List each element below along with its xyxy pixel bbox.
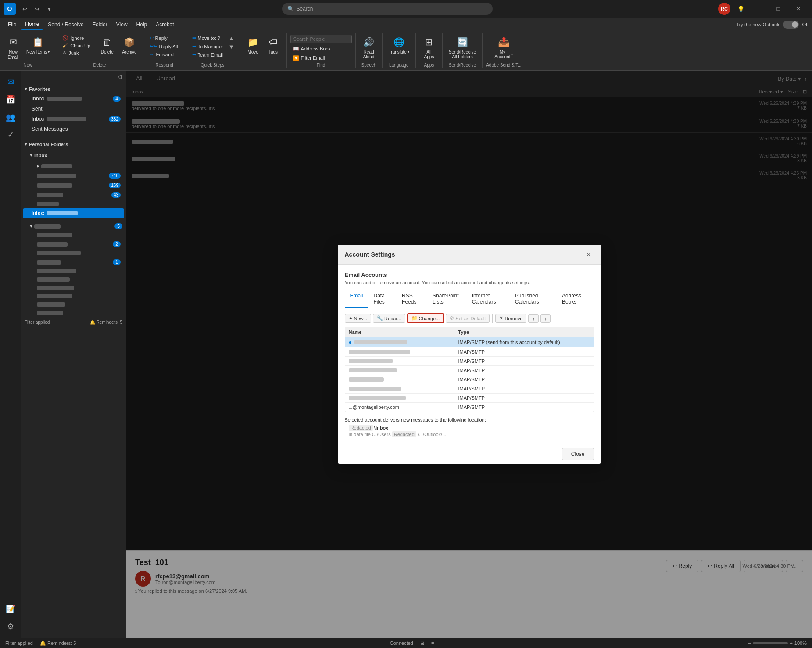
folder-item-sent-fav[interactable]: Sent [23,104,124,114]
account-repair-button[interactable]: 🔧 Repar... [373,314,405,323]
folder-item-inbox2-fav[interactable]: Inbox 332 [23,114,124,124]
search-people-input[interactable] [290,35,352,43]
modal-tab-email[interactable]: Email [345,290,368,308]
my-account-button[interactable]: 📤 MyAccount ▾ [492,34,515,61]
sidebar-icon-settings[interactable]: ⚙ [3,619,18,634]
filter-email-button[interactable]: 🔽 Filter Email [290,54,328,62]
collapse-pane-button[interactable]: ◁ [114,72,124,81]
folder-item-extra-10[interactable] [23,309,124,317]
layout-icon-1[interactable]: ⊞ [420,641,424,646]
folder-item-inbox-fav[interactable]: Inbox 4 [23,94,124,104]
account-row[interactable]: IMAP/SMTP [345,365,594,375]
account-down-button[interactable]: ↓ [540,314,551,323]
sidebar-icon-people[interactable]: 👥 [3,109,18,125]
folder-item-extra-6[interactable] [23,276,124,283]
close-button[interactable]: ✕ [788,0,808,18]
folder-item-extra-4[interactable]: 1 [23,258,124,267]
sub-section-2[interactable]: ▾ 5 [21,220,126,231]
layout-icon-2[interactable]: ≡ [431,641,434,646]
reply-all-ribbon-button[interactable]: ↩↩ Reply All [147,43,182,50]
quick-access-dropdown[interactable]: ▾ [44,4,54,14]
menu-folder[interactable]: Folder [88,20,112,29]
search-bar[interactable]: 🔍 Search [282,3,493,15]
modal-tab-address-books[interactable]: Address Books [557,290,594,308]
menu-home[interactable]: Home [21,19,43,30]
account-row[interactable]: IMAP/SMTP [345,356,594,365]
account-change-button[interactable]: 📁 Change... [407,313,444,323]
all-apps-button[interactable]: ⊞ AllApps [419,34,439,61]
maximize-button[interactable]: □ [768,0,788,18]
account-up-button[interactable]: ↑ [528,314,539,323]
folder-item-inbox-active[interactable]: Inbox [23,208,124,218]
modal-tab-data-files[interactable]: Data Files [368,290,397,308]
menu-send-receive[interactable]: Send / Receive [43,20,88,29]
new-outlook-toggle[interactable] [783,21,799,29]
modal-tab-internet-calendars[interactable]: Internet Calendars [467,290,510,308]
modal-close-x-button[interactable]: ✕ [583,249,594,260]
personal-folders-section[interactable]: ▾ Personal Folders [21,138,126,149]
menu-file[interactable]: File [4,20,21,29]
inbox-personal-section[interactable]: ▾ Inbox [21,149,126,160]
ignore-button[interactable]: 🚫 Ignore [60,34,95,42]
reply-ribbon-button[interactable]: ↩ Reply [147,34,182,42]
folder-item-redacted-3[interactable]: 43 [23,190,124,200]
account-new-button[interactable]: ✦ New... [345,314,372,323]
user-avatar[interactable]: RC [718,3,730,15]
clean-up-button[interactable]: 🧹 Clean Up [60,42,95,49]
account-row[interactable]: IMAP/SMTP [345,393,594,402]
modal-tab-sharepoint-lists[interactable]: SharePoint Lists [427,290,467,308]
modal-tab-rss-feeds[interactable]: RSS Feeds [397,290,427,308]
team-email-button[interactable]: ➡ Team Email [190,51,226,58]
menu-acrobat[interactable]: Acrobat [151,20,178,29]
account-remove-button[interactable]: ✕ Remove [495,314,526,323]
sidebar-icon-calendar[interactable]: 📅 [3,92,18,107]
quick-steps-up[interactable]: ▲ [227,34,236,43]
undo-button[interactable]: ↩ [19,4,30,14]
forward-ribbon-button[interactable]: → Forward [147,51,182,58]
address-book-button[interactable]: 📖 Address Book [290,45,333,53]
folder-item-extra-9[interactable] [23,301,124,308]
folder-item-extra-1[interactable] [23,231,124,239]
menu-help[interactable]: Help [132,20,152,29]
lightbulb-icon[interactable]: 💡 [736,4,746,14]
folder-item-extra-7[interactable] [23,284,124,292]
folder-item-sent-messages-fav[interactable]: Sent Messages [23,124,124,134]
redo-button[interactable]: ↪ [32,4,42,14]
send-receive-all-button[interactable]: 🔄 Send/ReceiveAll Folders [446,34,479,61]
move-to-button[interactable]: ➡ Move to: ? [190,34,226,42]
account-row[interactable]: ● IMAP/SMTP (send from this account by d… [345,337,594,347]
account-row[interactable]: ...@montageliberty.com IMAP/SMTP [345,402,594,412]
account-row[interactable]: IMAP/SMTP [345,384,594,393]
folder-item-redacted-4[interactable] [23,200,124,208]
junk-button[interactable]: ⚠ Junk [60,49,95,57]
sidebar-icon-tasks[interactable]: ✓ [3,127,18,143]
account-set-default-button[interactable]: ⚙ Set as Default [446,314,490,323]
modal-close-button[interactable]: Close [562,448,594,460]
account-row[interactable]: IMAP/SMTP [345,375,594,384]
modal-tab-published-calendars[interactable]: Published Calendars [510,290,557,308]
folder-item-redacted-1[interactable]: 740 [23,171,124,180]
new-email-button[interactable]: ✉ NewEmail [4,34,23,62]
zoom-slider[interactable] [753,642,788,644]
move-button[interactable]: 📁 Move [243,34,263,56]
folder-item-extra-8[interactable] [23,292,124,300]
sub-folder-1[interactable]: ▸ [25,160,126,171]
zoom-in-button[interactable]: + [790,641,792,646]
minimize-button[interactable]: ─ [748,0,768,18]
folder-item-redacted-2[interactable]: 169 [23,181,124,190]
tags-button[interactable]: 🏷 Tags [264,34,283,56]
account-row[interactable]: IMAP/SMTP [345,347,594,356]
delete-button[interactable]: 🗑 Delete [97,34,117,56]
sidebar-icon-notes[interactable]: 📝 [3,601,18,617]
sidebar-icon-mail[interactable]: ✉ [3,74,18,90]
read-aloud-button[interactable]: 🔊 ReadAloud [359,34,379,61]
archive-button[interactable]: 📦 Archive [119,34,139,56]
favorites-section[interactable]: ▾ Favorites [21,82,126,93]
to-manager-button[interactable]: ➡ To Manager [190,43,226,50]
zoom-out-button[interactable]: ─ [748,641,751,646]
folder-item-extra-3[interactable] [23,249,124,257]
menu-view[interactable]: View [112,20,132,29]
folder-item-extra-5[interactable] [23,267,124,275]
translate-button[interactable]: 🌐 Translate ▾ [386,34,412,56]
folder-item-extra-2[interactable]: 2 [23,240,124,249]
